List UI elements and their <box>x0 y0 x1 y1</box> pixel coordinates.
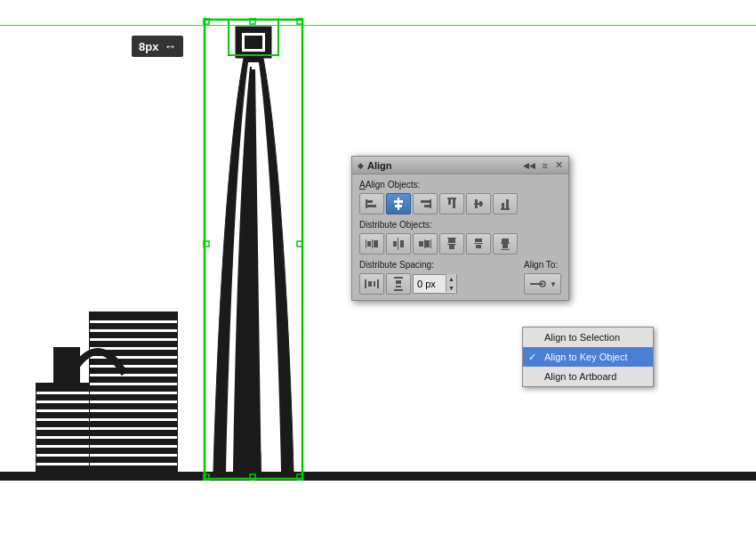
panel-body: AAlign Objects: <box>352 174 568 300</box>
svg-rect-75 <box>449 245 454 249</box>
svg-rect-48 <box>395 205 402 207</box>
svg-rect-77 <box>475 239 482 242</box>
spinner-down-button[interactable]: ▼ <box>446 283 456 292</box>
svg-rect-62 <box>372 239 373 248</box>
svg-rect-74 <box>448 239 455 243</box>
align-to-label: Align To: <box>524 260 561 270</box>
svg-rect-59 <box>502 203 504 208</box>
align-to-dropdown-arrow: ▼ <box>550 280 557 288</box>
dropdown-item-key-object[interactable]: ✓ Align to Key Object <box>523 347 653 367</box>
svg-rect-76 <box>474 243 483 244</box>
svg-rect-22 <box>90 400 177 403</box>
align-center-v-button[interactable] <box>466 193 491 214</box>
svg-rect-84 <box>377 279 379 288</box>
dropdown-item-artboard[interactable]: Align to Artboard <box>523 367 653 386</box>
panel-titlebar[interactable]: ◆ Align ◀◀ ≡ ✕ <box>352 157 568 174</box>
svg-rect-15 <box>90 338 177 341</box>
svg-point-93 <box>542 283 543 285</box>
align-right-button[interactable] <box>413 193 438 214</box>
svg-rect-65 <box>398 238 398 250</box>
svg-rect-0 <box>0 472 756 481</box>
svg-rect-63 <box>367 241 371 247</box>
dist-top-button[interactable] <box>439 233 464 255</box>
align-to-button[interactable]: ▼ <box>524 273 561 295</box>
svg-rect-26 <box>90 436 177 439</box>
align-to-section: Align To: ▼ <box>524 260 561 295</box>
svg-rect-60 <box>506 199 509 208</box>
svg-rect-64 <box>374 240 378 247</box>
svg-rect-44 <box>367 200 373 203</box>
svg-rect-18 <box>90 365 177 368</box>
svg-rect-43 <box>366 199 367 208</box>
distribute-spacing-buttons: ▲ ▼ <box>359 273 457 295</box>
svg-rect-61 <box>366 239 366 248</box>
align-left-button[interactable] <box>359 193 384 214</box>
svg-rect-29 <box>90 463 177 465</box>
spacing-input-group: ▲ ▼ <box>413 273 457 295</box>
svg-rect-13 <box>90 320 177 323</box>
tooltip-label: 8px <box>139 40 158 53</box>
arrow-icon: ↔ <box>164 39 176 53</box>
svg-rect-32 <box>245 36 262 49</box>
align-objects-buttons <box>359 193 561 214</box>
space-v-button[interactable] <box>386 273 411 295</box>
svg-rect-21 <box>90 392 177 394</box>
dropdown-item-selection-label: Align to Selection <box>544 332 620 343</box>
align-panel: ◆ Align ◀◀ ≡ ✕ AAlign Objects: <box>351 156 569 301</box>
svg-rect-67 <box>400 240 404 247</box>
dist-right-button[interactable] <box>413 233 438 255</box>
spacing-spinners: ▲ ▼ <box>446 274 456 292</box>
align-center-h-button[interactable] <box>386 193 411 214</box>
align-bottom-button[interactable] <box>493 193 518 214</box>
panel-close-button[interactable]: ✕ <box>555 160 563 170</box>
svg-rect-53 <box>448 199 451 205</box>
svg-rect-24 <box>90 418 177 421</box>
panel-menu-button[interactable]: ≡ <box>543 160 548 171</box>
svg-rect-90 <box>396 286 401 287</box>
distribute-objects-buttons <box>359 233 561 255</box>
svg-rect-88 <box>394 289 403 291</box>
svg-rect-73 <box>447 244 456 245</box>
dist-center-h-button[interactable] <box>386 233 411 255</box>
svg-rect-45 <box>367 205 376 207</box>
distribute-objects-label: Distribute Objects: <box>359 220 561 230</box>
spinner-up-button[interactable]: ▲ <box>446 274 456 283</box>
svg-rect-72 <box>447 238 456 239</box>
svg-rect-79 <box>501 249 510 250</box>
svg-rect-68 <box>430 239 431 248</box>
svg-rect-52 <box>447 198 456 199</box>
svg-rect-17 <box>90 356 177 359</box>
panel-collapse-button[interactable]: ◀◀ <box>523 161 535 170</box>
dist-bottom-button[interactable] <box>493 233 518 255</box>
dropdown-item-key-object-label: Align to Key Object <box>544 352 628 362</box>
panel-title: Align <box>367 160 392 171</box>
panel-titlebar-right: ◀◀ ≡ ✕ <box>523 160 563 171</box>
distribute-spacing-label: Distribute Spacing: <box>359 260 457 270</box>
dist-center-v-button[interactable] <box>466 233 491 255</box>
svg-rect-70 <box>419 241 423 247</box>
panel-titlebar-left: ◆ Align <box>358 160 392 171</box>
svg-rect-85 <box>368 281 372 287</box>
svg-rect-82 <box>503 244 508 248</box>
distribute-spacing-row: Distribute Spacing: ▲ ▼ <box>359 260 561 295</box>
svg-rect-71 <box>425 240 430 247</box>
svg-rect-83 <box>365 279 366 288</box>
svg-rect-54 <box>453 199 455 208</box>
svg-rect-91 <box>530 283 543 285</box>
svg-rect-66 <box>393 241 397 247</box>
distribute-spacing-section: Distribute Spacing: ▲ ▼ <box>359 260 457 295</box>
space-h-button[interactable] <box>359 273 384 295</box>
svg-rect-56 <box>475 199 478 208</box>
svg-rect-87 <box>394 277 403 279</box>
checkmark-icon: ✓ <box>528 352 536 363</box>
dropdown-item-selection[interactable]: Align to Selection <box>523 328 653 347</box>
align-to-dropdown: Align to Selection ✓ Align to Key Object… <box>522 327 654 387</box>
svg-rect-20 <box>90 383 177 385</box>
svg-rect-50 <box>421 200 430 203</box>
svg-rect-58 <box>501 208 510 210</box>
svg-rect-27 <box>90 445 177 448</box>
dist-left-button[interactable] <box>359 233 384 255</box>
svg-rect-80 <box>501 243 510 244</box>
align-top-button[interactable] <box>439 193 464 214</box>
svg-rect-81 <box>502 239 509 243</box>
